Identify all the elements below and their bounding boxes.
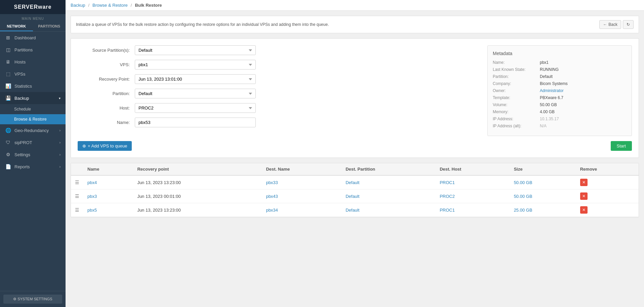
row-dest-host: PROC1 [436, 203, 510, 217]
vps-label: VPS: [78, 62, 135, 67]
start-button[interactable]: Start [611, 141, 632, 151]
meta-key: Owner: [493, 88, 540, 93]
table-row: ☰ pbx4 Jun 13, 2023 13:23:00 pbx33 Defau… [71, 175, 639, 189]
meta-row-state: Last Known State: RUNNING [493, 67, 627, 72]
refresh-button[interactable]: ↻ [623, 20, 634, 29]
partition-select[interactable]: Default [135, 89, 256, 98]
sidebar-item-geo-redundancy[interactable]: 🌐 Geo-Redundancy › [0, 124, 66, 136]
source-partitions-select[interactable]: Default [135, 45, 256, 55]
row-name: pbx5 [83, 203, 133, 217]
table-row: ☰ pbx5 Jun 13, 2023 13:23:00 pbx34 Defau… [71, 203, 639, 217]
row-recovery-point: Jun 13, 2023 00:01:00 [133, 189, 262, 203]
backup-icon: 💾 [5, 95, 11, 101]
col-dest-host: Dest. Host [436, 163, 510, 175]
tab-network[interactable]: NETWORK [0, 22, 33, 31]
name-input[interactable] [135, 118, 256, 127]
col-recovery-point: Recovery point [133, 163, 262, 175]
meta-owner-link[interactable]: Administrator [540, 88, 564, 93]
sidebar-tabs: NETWORK PARTITIONS [0, 22, 66, 32]
refresh-icon: ↻ [627, 22, 630, 27]
sidebar-item-dashboard[interactable]: ⊞ Dashboard [0, 32, 66, 44]
sidebar-item-label: sipPROT [14, 140, 32, 145]
table-section: Name Recovery point Dest. Name Dest. Par… [71, 163, 639, 217]
sidebar-item-statistics[interactable]: 📊 Statistics [0, 80, 66, 92]
sidebar-main-menu-label: MAIN MENU [0, 14, 66, 22]
sidebar-item-label: Settings [14, 152, 30, 157]
name-label: Name: [78, 120, 135, 125]
meta-row-partition: Partition: Default [493, 74, 627, 79]
statistics-icon: 📊 [5, 83, 11, 89]
col-name: Name [83, 163, 133, 175]
sidebar-item-label: Dashboard [14, 35, 36, 40]
sidebar-item-sipprot[interactable]: 🛡 sipPROT › [0, 136, 66, 148]
sidebar-sub-schedule[interactable]: Schedule [0, 104, 66, 114]
recovery-point-row: Recovery Point: Jun 13, 2023 13:01:00 [78, 74, 481, 84]
meta-val: Bicom Systems [540, 81, 568, 86]
col-size: Size [510, 163, 576, 175]
form-actions: ⊕ + Add VPS to queue Start [78, 141, 632, 151]
sidebar-item-reports[interactable]: 📄 Reports › [0, 161, 66, 173]
add-vps-button[interactable]: ⊕ + Add VPS to queue [78, 141, 132, 151]
remove-button[interactable]: ✕ [580, 179, 588, 186]
page-description: Initialize a queue of VPSs for the bulk … [76, 22, 599, 27]
chevron-down-icon: ▾ [59, 96, 61, 100]
row-size: 50.00 GB [510, 189, 576, 203]
meta-val: Default [540, 74, 553, 79]
back-button[interactable]: ← Back [599, 20, 621, 29]
system-settings-button[interactable]: ⚙ SYSTEM SETTINGS [3, 295, 62, 304]
sidebar-item-partitions[interactable]: ◫ Partitions [0, 44, 66, 56]
vps-select[interactable]: pbx1 [135, 60, 256, 70]
sidebar-item-settings[interactable]: ⚙ Settings › [0, 148, 66, 161]
sidebar-item-vpss[interactable]: ⬚ VPSs [0, 68, 66, 80]
sidebar-item-backup[interactable]: 💾 Backup ▾ [0, 92, 66, 104]
chevron-right-icon: › [59, 165, 61, 169]
recovery-point-select[interactable]: Jun 13, 2023 13:01:00 [135, 74, 256, 84]
row-recovery-point: Jun 13, 2023 13:23:00 [133, 175, 262, 189]
chevron-right-icon: › [59, 141, 61, 144]
meta-row-ip: IP Address: 10.1.35.17 [493, 117, 627, 121]
meta-val: PBXware 6.7 [540, 95, 563, 100]
page-header: Initialize a queue of VPSs for the bulk … [71, 16, 639, 33]
row-remove: ✕ [576, 203, 639, 217]
row-remove: ✕ [576, 189, 639, 203]
row-dest-host: PROC1 [436, 175, 510, 189]
sidebar-sub-browse-restore[interactable]: Browse & Restore [0, 114, 66, 124]
row-recovery-point: Jun 13, 2023 13:23:00 [133, 203, 262, 217]
sub-item-label: Schedule [14, 107, 31, 112]
form-section: Source Partition(s): Default VPS: pbx1 R… [71, 38, 639, 158]
form-inner: Source Partition(s): Default VPS: pbx1 R… [78, 45, 632, 136]
partitions-icon: ◫ [5, 47, 11, 52]
breadcrumb-backup[interactable]: Backup [71, 3, 85, 8]
dashboard-icon: ⊞ [5, 35, 11, 40]
sidebar-item-label: Reports [14, 164, 30, 169]
remove-button[interactable]: ✕ [580, 206, 588, 214]
main-area: Backup / Browse & Restore / Bulk Restore… [66, 0, 644, 307]
breadcrumb-browse-restore[interactable]: Browse & Restore [92, 3, 128, 8]
sidebar: SERVERware MAIN MENU NETWORK PARTITIONS … [0, 0, 66, 307]
sipprot-icon: 🛡 [5, 140, 11, 145]
sidebar-item-label: Backup [14, 96, 29, 101]
col-dest-name: Dest. Name [262, 163, 341, 175]
meta-val: 10.1.35.17 [540, 117, 559, 121]
row-size: 25.00 GB [510, 203, 576, 217]
metadata-box: Metadata Name: pbx1 Last Known State: RU… [487, 45, 632, 136]
vps-row: VPS: pbx1 [78, 60, 481, 70]
row-icon: ☰ [71, 175, 83, 189]
meta-key: Name: [493, 60, 540, 65]
row-dest-partition: Default [341, 175, 436, 189]
form-fields: Source Partition(s): Default VPS: pbx1 R… [78, 45, 481, 136]
meta-val: 4.00 GB [540, 109, 555, 114]
row-name: pbx3 [83, 189, 133, 203]
tab-partitions[interactable]: PARTITIONS [33, 22, 66, 31]
sidebar-item-hosts[interactable]: 🖥 Hosts [0, 56, 66, 68]
remove-button[interactable]: ✕ [580, 192, 588, 200]
sidebar-item-label: Geo-Redundancy [14, 128, 49, 133]
row-remove: ✕ [576, 175, 639, 189]
meta-val: RUNNING [540, 67, 559, 72]
partition-row: Partition: Default [78, 89, 481, 98]
meta-val: N/A [540, 124, 547, 128]
host-select[interactable]: PROC2 [135, 103, 256, 113]
row-icon: ☰ [71, 189, 83, 203]
col-icon [71, 163, 83, 175]
col-dest-partition: Dest. Partition [341, 163, 436, 175]
